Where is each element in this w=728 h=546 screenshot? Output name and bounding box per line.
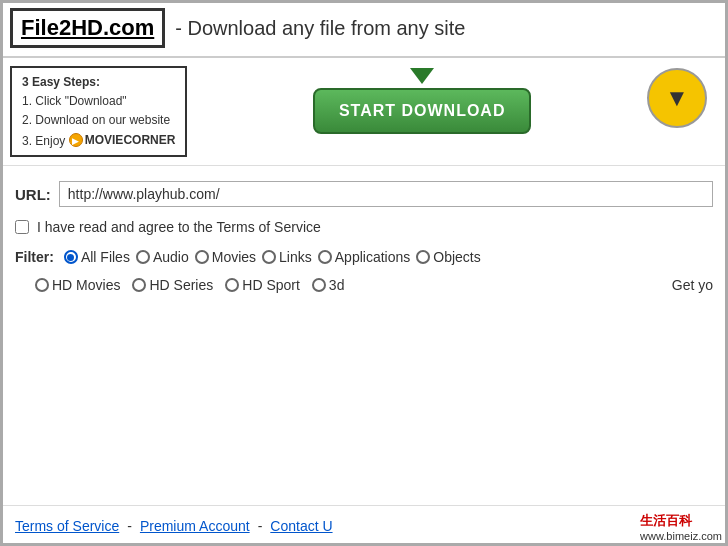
tos-text: I have read and agree to the Terms of Se… [37, 219, 321, 235]
watermark: 生活百科 www.bimeiz.com [634, 508, 728, 546]
url-row: URL: [15, 181, 713, 207]
radio-hd-sport[interactable] [225, 278, 239, 292]
radio-movies[interactable] [195, 250, 209, 264]
start-download-button[interactable]: START DOWNLOAD [313, 88, 532, 134]
page-wrapper: File2HD.com - Download any file from any… [0, 0, 728, 546]
footer-link-premium[interactable]: Premium Account [140, 518, 250, 534]
radio-objects[interactable] [416, 250, 430, 264]
footer-link-contact[interactable]: Contact U [270, 518, 332, 534]
play-icon: ▶ [69, 133, 83, 147]
filter-applications[interactable]: Applications [318, 249, 411, 265]
filter-all-files[interactable]: All Files [64, 249, 130, 265]
steps-col: 3 Easy Steps: 1. Click "Download" 2. Dow… [0, 58, 197, 165]
main-content: URL: I have read and agree to the Terms … [0, 166, 728, 318]
footer: Terms of Service - Premium Account - Con… [0, 505, 728, 546]
radio-hd-movies[interactable] [35, 278, 49, 292]
radio-3d[interactable] [312, 278, 326, 292]
filter-hd-movies[interactable]: HD Movies [35, 277, 120, 293]
get-text: Get yo [672, 277, 713, 293]
url-label: URL: [15, 186, 51, 203]
tos-checkbox[interactable] [15, 220, 29, 234]
footer-sep-2: - [258, 518, 263, 534]
radio-all-files[interactable] [64, 250, 78, 264]
watermark-line2: www.bimeiz.com [640, 530, 722, 542]
radio-applications[interactable] [318, 250, 332, 264]
step3: 3. Enjoy ▶ MOVIECORNER [22, 131, 175, 151]
filter-audio[interactable]: Audio [136, 249, 189, 265]
radio-hd-series[interactable] [132, 278, 146, 292]
footer-link-tos[interactable]: Terms of Service [15, 518, 119, 534]
movie-corner-label: MOVIECORNER [85, 131, 176, 150]
filter-hd-series[interactable]: HD Series [132, 277, 213, 293]
filter-3d[interactable]: 3d [312, 277, 345, 293]
tos-row: I have read and agree to the Terms of Se… [15, 219, 713, 235]
filter-label: Filter: [15, 249, 54, 265]
filter-row: Filter: All Files Audio Movies Links App… [15, 249, 713, 265]
logo-text[interactable]: File2HD.com [21, 15, 154, 40]
steps-title: 3 Easy Steps: [22, 73, 175, 92]
top-section: 3 Easy Steps: 1. Click "Download" 2. Dow… [0, 58, 728, 166]
filter-hd-sport[interactable]: HD Sport [225, 277, 300, 293]
steps-area: 3 Easy Steps: 1. Click "Download" 2. Dow… [10, 66, 187, 157]
filter-movies[interactable]: Movies [195, 249, 256, 265]
watermark-line1: 生活百科 [640, 512, 722, 530]
url-input[interactable] [59, 181, 713, 207]
filter-links[interactable]: Links [262, 249, 312, 265]
arrow-down-icon: ▼ [647, 68, 707, 128]
download-arrow-icon [410, 68, 434, 84]
footer-sep-1: - [127, 518, 132, 534]
step1: 1. Click "Download" [22, 92, 175, 111]
header: File2HD.com - Download any file from any… [0, 0, 728, 58]
tagline: - Download any file from any site [175, 17, 718, 40]
radio-audio[interactable] [136, 250, 150, 264]
step2: 2. Download on our website [22, 111, 175, 130]
download-col: START DOWNLOAD [197, 58, 647, 144]
logo-box: File2HD.com [10, 8, 165, 48]
hd-row: HD Movies HD Series HD Sport 3d Get yo [15, 277, 713, 293]
filter-objects[interactable]: Objects [416, 249, 480, 265]
radio-links[interactable] [262, 250, 276, 264]
